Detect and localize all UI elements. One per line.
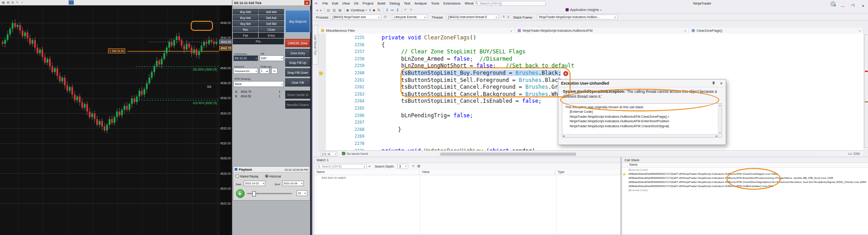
nav-forward-icon[interactable]: ▸ <box>320 8 322 12</box>
chart-active-tool-icon[interactable] <box>69 0 74 5</box>
account-select[interactable]: Playback101▾ <box>233 68 258 74</box>
redo-icon[interactable]: ↷ <box>409 8 412 12</box>
quick-search-box[interactable]: Search (Ctrl+Q) <box>473 1 546 6</box>
break-all-icon[interactable]: ‖ <box>369 8 371 12</box>
menu-view[interactable]: View <box>342 1 350 5</box>
market-replay-radio[interactable]: Market Replay <box>236 174 259 178</box>
chart-grid-icon[interactable]: ▤ <box>7 0 10 5</box>
tif-select[interactable]: DAY▾ <box>259 55 284 61</box>
price-axis[interactable]: 4543.50 4542.75 4546.004544.004540.00453… <box>219 5 232 235</box>
code-line-2257[interactable]: 2257 // Clear Zone StopLimit BUY/SELL Fl… <box>318 48 863 56</box>
stop-debug-icon[interactable]: ■ <box>373 8 375 12</box>
refresh-icon[interactable]: ↺ <box>412 164 415 168</box>
prev-frame-icon[interactable]: ↟ <box>502 15 505 19</box>
code-line-2259[interactable]: 2259 bLnZone_LongNotShort = false; //Set… <box>318 62 863 70</box>
chart-add-icon[interactable]: ⊞ <box>11 0 14 5</box>
exception-callstack-box[interactable]: This exception was originally thrown at … <box>562 103 722 138</box>
scrollbar-thumb[interactable] <box>440 153 576 156</box>
settings-icon[interactable]: ▦ <box>417 164 420 168</box>
column-divider[interactable] <box>556 175 557 234</box>
dom-button-buy-ask[interactable]: Buy Ask <box>233 15 258 20</box>
speed-stepper[interactable]: 1x▴▾ <box>297 190 307 196</box>
code-line-2260[interactable]: 2260 tsButtonStopLimit_Buy.Foreground = … <box>318 70 863 77</box>
callstack-row[interactable]: [External Code] <box>622 188 868 192</box>
atm-strategy-select[interactable]: None▾ <box>233 81 284 87</box>
search-options-icon[interactable]: ▸ <box>369 164 371 168</box>
popup-vertical-scrollbar[interactable]: ▲▼ <box>718 104 722 137</box>
open-file-icon[interactable]: ▥ <box>333 8 336 12</box>
scroll-left-icon[interactable]: ◀ <box>563 135 564 137</box>
dom-button-sell-mid[interactable]: Sell Mid <box>259 9 284 14</box>
pnl-button[interactable]: PnL <box>233 38 284 44</box>
thread-select[interactable]: [38424] Instrument thread 5▾ <box>446 14 499 19</box>
menu-project[interactable]: Project <box>363 1 373 5</box>
watch-column-name[interactable]: Name <box>314 170 420 175</box>
instrument-select[interactable]: ES 12-21▾ <box>233 55 258 61</box>
playback-slider[interactable] <box>247 193 292 194</box>
watch-column-value[interactable]: Value <box>420 170 555 175</box>
close-icon[interactable]: ✕ <box>304 0 310 5</box>
dom-button-buy-stoplmt[interactable]: Buy StopLmt <box>285 10 310 33</box>
dom-button-flat[interactable]: Flat <box>233 33 258 38</box>
dom-button-clear-fib[interactable]: Clear FIB <box>285 78 310 86</box>
chart-crosshair-icon[interactable]: ＋ <box>20 0 24 5</box>
chart-draw-icon[interactable]: ✎ <box>16 0 19 5</box>
step-into-icon[interactable]: ↧ <box>386 8 389 12</box>
menu-analyze[interactable]: Analyze <box>415 1 427 5</box>
exception-error-icon[interactable]: ✕ <box>563 71 569 77</box>
new-file-icon[interactable]: ▤ <box>327 8 330 12</box>
scroll-right-icon[interactable]: ▶ <box>716 135 717 137</box>
vertical-scrollbar[interactable] <box>863 34 868 150</box>
watch-panel-header[interactable]: Watch 1 <box>314 157 620 163</box>
price-chart[interactable]: 1 Sell SL32 SS 261.89% (4540.25)423.99% … <box>0 5 219 235</box>
type-dropdown[interactable]: NinjaTrader.NinjaScript.Indicators.HuBio… <box>515 28 689 34</box>
zoom-select[interactable]: 171 %▾ <box>320 152 337 156</box>
historical-radio[interactable]: Historical <box>265 174 281 178</box>
watch-column-type[interactable]: Type <box>555 170 620 175</box>
dom-button-sell-ask[interactable]: Sell Ask <box>259 15 284 20</box>
document-health-indicator[interactable]: ✓ No issues found <box>342 152 368 155</box>
qty-stepper[interactable]: 1▴▾ <box>259 68 269 74</box>
start-date-picker[interactable]: 2021-10-22▾ <box>244 181 265 186</box>
restart-icon[interactable]: ↻ <box>377 8 381 12</box>
horizontal-scrollbar[interactable] <box>436 153 823 156</box>
menu-test[interactable]: Test <box>404 1 410 5</box>
callstack-row[interactable]: d996ab20ded04a459050000171722a57.dll!Nin… <box>622 184 868 188</box>
callstack-row[interactable]: d996ab20ded04a459050000171722a57.dll!Nin… <box>622 176 868 180</box>
dom-button-buy-bid[interactable]: Buy Bid <box>233 21 258 26</box>
stack-frame-select[interactable]: NinjaTrader.NinjaScript.Indicators.HuBio… <box>537 14 618 19</box>
lifecycle-events-button[interactable]: Lifecycle Events▾ <box>392 14 427 19</box>
menu-extensions[interactable]: Extensions <box>443 1 461 5</box>
dom-button-newsbot-disarm[interactable]: NewsBot Disarm <box>285 101 310 109</box>
qty-options-button[interactable]: ⊞ <box>271 68 278 74</box>
code-line-2256[interactable]: 2256{ <box>318 42 863 49</box>
dom-button-sell-bid[interactable]: Sell Bid <box>259 21 284 26</box>
popup-horizontal-scrollbar[interactable]: ◀▶ <box>562 134 718 137</box>
callstack-row[interactable]: d996ab20ded04a459050000171722a57.dll!Nin… <box>622 180 868 184</box>
dom-button-show-candle-si[interactable]: Show Candle Si <box>285 91 310 99</box>
end-date-picker[interactable]: 2021-10-29▾ <box>282 181 304 186</box>
save-icon[interactable]: ▦ <box>338 8 342 12</box>
dom-button-snap-fib-up[interactable]: Snap FIB Up <box>285 58 310 67</box>
dom-button-entry[interactable]: Entry <box>259 33 284 38</box>
step-out-icon[interactable]: ↥ <box>396 8 399 12</box>
menu-debug[interactable]: Debug <box>389 1 400 5</box>
undo-icon[interactable]: ↶ <box>404 8 407 12</box>
step-over-icon[interactable]: ↦ <box>391 8 394 12</box>
account-avatar[interactable] <box>830 1 835 6</box>
nav-back-icon[interactable]: ◂ <box>316 8 318 12</box>
dom-button-snap-fib-down[interactable]: Snap FIB Down <box>285 68 310 77</box>
code-line-2258[interactable]: 2258 bLnZone_Armed = false; //Disarmed <box>318 56 863 63</box>
watch-empty-row[interactable]: Add item to watch <box>321 176 346 179</box>
dom-button-close[interactable]: Close <box>259 27 284 32</box>
menu-build[interactable]: Build <box>377 1 385 5</box>
member-dropdown[interactable]: ClearZoneFlags() ▾ <box>689 28 863 34</box>
dom-button-zone-entry[interactable]: Zone Entry <box>285 49 310 57</box>
slider-thumb[interactable] <box>252 191 256 197</box>
menu-git[interactable]: Git <box>354 1 359 5</box>
pin-icon[interactable] <box>712 81 716 86</box>
next-frame-icon[interactable]: ↡ <box>507 15 510 19</box>
code-line-2255[interactable]: 2255private void ClearZoneFlags() <box>318 34 863 42</box>
menu-edit[interactable]: Edit <box>332 1 338 5</box>
column-divider[interactable] <box>420 175 420 234</box>
